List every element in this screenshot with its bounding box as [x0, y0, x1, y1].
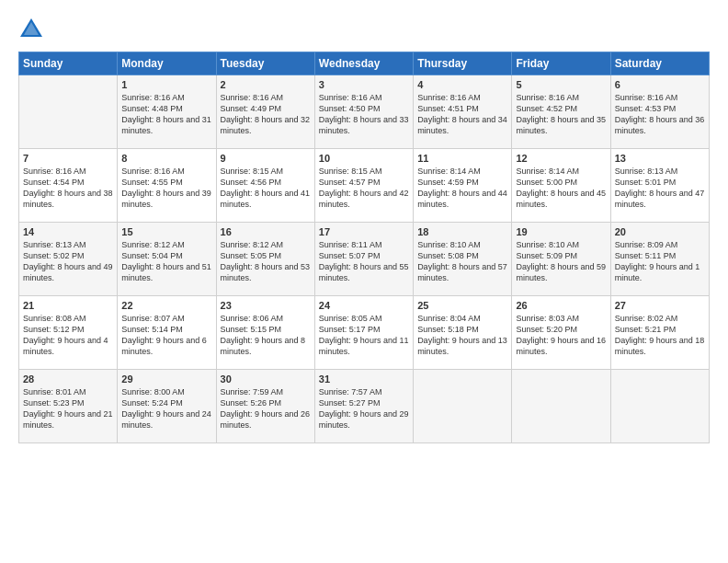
calendar-cell: 12Sunrise: 8:14 AMSunset: 5:00 PMDayligh…: [512, 149, 610, 223]
day-number: 8: [121, 153, 211, 164]
header-cell-friday: Friday: [512, 52, 610, 75]
calendar-cell: 25Sunrise: 8:04 AMSunset: 5:18 PMDayligh…: [414, 296, 512, 370]
cell-details: Sunrise: 8:07 AMSunset: 5:14 PMDaylight:…: [121, 313, 211, 358]
cell-details: Sunrise: 8:04 AMSunset: 5:18 PMDaylight:…: [417, 313, 507, 358]
logo: [18, 17, 48, 42]
cell-details: Sunrise: 8:14 AMSunset: 4:59 PMDaylight:…: [417, 166, 507, 211]
day-number: 21: [23, 300, 113, 311]
cell-details: Sunrise: 7:57 AMSunset: 5:27 PMDaylight:…: [319, 386, 409, 431]
calendar-cell: 21Sunrise: 8:08 AMSunset: 5:12 PMDayligh…: [19, 296, 118, 370]
cell-details: Sunrise: 8:16 AMSunset: 4:53 PMDaylight:…: [615, 92, 705, 137]
calendar-cell: 13Sunrise: 8:13 AMSunset: 5:01 PMDayligh…: [610, 149, 709, 223]
calendar-cell: 5Sunrise: 8:16 AMSunset: 4:52 PMDaylight…: [512, 75, 610, 149]
day-number: 19: [516, 226, 606, 237]
calendar-cell: [414, 370, 512, 443]
header-cell-sunday: Sunday: [19, 52, 118, 75]
calendar-cell: 1Sunrise: 8:16 AMSunset: 4:48 PMDaylight…: [118, 75, 216, 149]
day-number: 2: [221, 79, 311, 90]
day-number: 28: [23, 373, 113, 385]
week-row-0: 1Sunrise: 8:16 AMSunset: 4:48 PMDaylight…: [19, 75, 710, 149]
calendar-cell: 18Sunrise: 8:10 AMSunset: 5:08 PMDayligh…: [414, 223, 512, 296]
day-number: 11: [417, 153, 507, 164]
day-number: 15: [121, 226, 211, 237]
cell-details: Sunrise: 8:16 AMSunset: 4:55 PMDaylight:…: [121, 166, 211, 211]
calendar-cell: 26Sunrise: 8:03 AMSunset: 5:20 PMDayligh…: [512, 296, 610, 370]
calendar-cell: 9Sunrise: 8:15 AMSunset: 4:56 PMDaylight…: [216, 149, 314, 223]
calendar-cell: 30Sunrise: 7:59 AMSunset: 5:26 PMDayligh…: [216, 370, 314, 443]
cell-details: Sunrise: 8:03 AMSunset: 5:20 PMDaylight:…: [516, 313, 606, 358]
calendar-cell: 15Sunrise: 8:12 AMSunset: 5:04 PMDayligh…: [118, 223, 216, 296]
day-number: 7: [23, 153, 113, 164]
calendar-cell: 28Sunrise: 8:01 AMSunset: 5:23 PMDayligh…: [19, 370, 118, 443]
cell-details: Sunrise: 8:12 AMSunset: 5:04 PMDaylight:…: [121, 239, 211, 284]
header: [18, 17, 710, 42]
calendar-cell: 19Sunrise: 8:10 AMSunset: 5:09 PMDayligh…: [512, 223, 610, 296]
week-row-3: 21Sunrise: 8:08 AMSunset: 5:12 PMDayligh…: [19, 296, 710, 370]
week-row-2: 14Sunrise: 8:13 AMSunset: 5:02 PMDayligh…: [19, 223, 710, 296]
calendar-cell: 17Sunrise: 8:11 AMSunset: 5:07 PMDayligh…: [314, 223, 413, 296]
calendar-cell: 20Sunrise: 8:09 AMSunset: 5:11 PMDayligh…: [610, 223, 709, 296]
cell-details: Sunrise: 8:16 AMSunset: 4:51 PMDaylight:…: [417, 92, 507, 137]
cell-details: Sunrise: 8:15 AMSunset: 4:57 PMDaylight:…: [319, 166, 409, 211]
day-number: 14: [23, 226, 113, 237]
calendar-cell: 4Sunrise: 8:16 AMSunset: 4:51 PMDaylight…: [414, 75, 512, 149]
calendar-cell: 7Sunrise: 8:16 AMSunset: 4:54 PMDaylight…: [19, 149, 118, 223]
cell-details: Sunrise: 8:02 AMSunset: 5:21 PMDaylight:…: [615, 313, 705, 358]
calendar-cell: 24Sunrise: 8:05 AMSunset: 5:17 PMDayligh…: [314, 296, 413, 370]
cell-details: Sunrise: 8:08 AMSunset: 5:12 PMDaylight:…: [23, 313, 113, 358]
calendar-cell: 10Sunrise: 8:15 AMSunset: 4:57 PMDayligh…: [314, 149, 413, 223]
header-cell-monday: Monday: [118, 52, 216, 75]
calendar-cell: 14Sunrise: 8:13 AMSunset: 5:02 PMDayligh…: [19, 223, 118, 296]
calendar-cell: 31Sunrise: 7:57 AMSunset: 5:27 PMDayligh…: [314, 370, 413, 443]
calendar-cell: [610, 370, 709, 443]
calendar-cell: 27Sunrise: 8:02 AMSunset: 5:21 PMDayligh…: [610, 296, 709, 370]
calendar-cell: [19, 75, 118, 149]
calendar-cell: 11Sunrise: 8:14 AMSunset: 4:59 PMDayligh…: [414, 149, 512, 223]
cell-details: Sunrise: 8:13 AMSunset: 5:01 PMDaylight:…: [615, 166, 705, 211]
page: SundayMondayTuesdayWednesdayThursdayFrid…: [0, 0, 728, 453]
header-row: SundayMondayTuesdayWednesdayThursdayFrid…: [19, 52, 710, 75]
cell-details: Sunrise: 8:05 AMSunset: 5:17 PMDaylight:…: [319, 313, 409, 358]
header-cell-saturday: Saturday: [610, 52, 709, 75]
cell-details: Sunrise: 8:00 AMSunset: 5:24 PMDaylight:…: [121, 386, 211, 431]
day-number: 13: [615, 153, 705, 164]
day-number: 9: [221, 153, 311, 164]
calendar-body: 1Sunrise: 8:16 AMSunset: 4:48 PMDaylight…: [19, 75, 710, 443]
cell-details: Sunrise: 8:10 AMSunset: 5:08 PMDaylight:…: [417, 239, 507, 284]
calendar-cell: 23Sunrise: 8:06 AMSunset: 5:15 PMDayligh…: [216, 296, 314, 370]
calendar-cell: 6Sunrise: 8:16 AMSunset: 4:53 PMDaylight…: [610, 75, 709, 149]
cell-details: Sunrise: 8:16 AMSunset: 4:54 PMDaylight:…: [23, 166, 113, 211]
day-number: 31: [319, 373, 409, 385]
day-number: 27: [615, 300, 705, 311]
day-number: 16: [221, 226, 311, 237]
day-number: 3: [319, 79, 409, 90]
calendar-cell: 29Sunrise: 8:00 AMSunset: 5:24 PMDayligh…: [118, 370, 216, 443]
day-number: 20: [615, 226, 705, 237]
calendar-cell: [512, 370, 610, 443]
calendar-header: SundayMondayTuesdayWednesdayThursdayFrid…: [19, 52, 710, 75]
calendar-table: SundayMondayTuesdayWednesdayThursdayFrid…: [18, 52, 710, 443]
day-number: 17: [319, 226, 409, 237]
day-number: 5: [516, 79, 606, 90]
day-number: 12: [516, 153, 606, 164]
cell-details: Sunrise: 8:13 AMSunset: 5:02 PMDaylight:…: [23, 239, 113, 284]
calendar-cell: 2Sunrise: 8:16 AMSunset: 4:49 PMDaylight…: [216, 75, 314, 149]
cell-details: Sunrise: 8:15 AMSunset: 4:56 PMDaylight:…: [221, 166, 311, 211]
day-number: 4: [417, 79, 507, 90]
calendar-cell: 16Sunrise: 8:12 AMSunset: 5:05 PMDayligh…: [216, 223, 314, 296]
day-number: 18: [417, 226, 507, 237]
calendar-cell: 3Sunrise: 8:16 AMSunset: 4:50 PMDaylight…: [314, 75, 413, 149]
cell-details: Sunrise: 8:01 AMSunset: 5:23 PMDaylight:…: [23, 386, 113, 431]
cell-details: Sunrise: 8:11 AMSunset: 5:07 PMDaylight:…: [319, 239, 409, 284]
cell-details: Sunrise: 7:59 AMSunset: 5:26 PMDaylight:…: [221, 386, 311, 431]
cell-details: Sunrise: 8:14 AMSunset: 5:00 PMDaylight:…: [516, 166, 606, 211]
header-cell-tuesday: Tuesday: [216, 52, 314, 75]
day-number: 30: [221, 373, 311, 385]
logo-icon: [18, 17, 44, 42]
calendar-cell: 22Sunrise: 8:07 AMSunset: 5:14 PMDayligh…: [118, 296, 216, 370]
week-row-4: 28Sunrise: 8:01 AMSunset: 5:23 PMDayligh…: [19, 370, 710, 443]
cell-details: Sunrise: 8:16 AMSunset: 4:52 PMDaylight:…: [516, 92, 606, 137]
cell-details: Sunrise: 8:16 AMSunset: 4:48 PMDaylight:…: [121, 92, 211, 137]
day-number: 29: [121, 373, 211, 385]
cell-details: Sunrise: 8:16 AMSunset: 4:50 PMDaylight:…: [319, 92, 409, 137]
